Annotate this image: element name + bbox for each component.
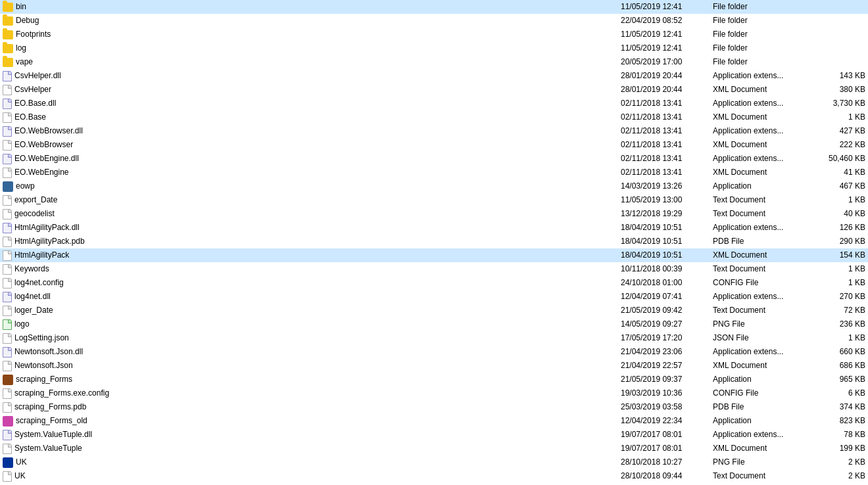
file-name: EO.Base.dll <box>14 97 56 110</box>
table-row[interactable]: logo14/05/2019 09:27PNG File236 KB <box>0 317 868 331</box>
table-row[interactable]: Footprints11/05/2019 12:41File folder <box>0 28 868 41</box>
table-row[interactable]: EO.Base.dll02/11/2018 13:41Application e… <box>0 97 868 110</box>
table-row[interactable]: bin11/05/2019 12:41File folder <box>0 0 868 14</box>
file-name-cell: EO.Base.dll <box>0 97 171 110</box>
table-row[interactable]: scraping_Forms.exe.config19/03/2019 10:3… <box>0 386 868 400</box>
file-date: 28/01/2019 20:44 <box>618 69 710 83</box>
file-size <box>815 0 868 14</box>
table-row[interactable]: HtmlAgilityPack.pdb18/04/2019 10:51PDB F… <box>0 235 868 248</box>
file-type: XML Document <box>710 359 815 373</box>
file-date: 10/11/2018 00:39 <box>618 262 710 276</box>
table-row[interactable]: log4net.dll12/04/2019 07:41Application e… <box>0 290 868 304</box>
table-row[interactable]: CsvHelper28/01/2019 20:44XML Document380… <box>0 83 868 97</box>
table-row[interactable]: EO.WebBrowser02/11/2018 13:41XML Documen… <box>0 138 868 152</box>
file-name: EO.WebEngine.dll <box>14 152 79 166</box>
file-date: 11/05/2019 12:41 <box>618 0 710 14</box>
file-name-cell: eowp <box>0 179 171 193</box>
table-row[interactable]: scraping_Forms.pdb25/03/2019 03:58PDB Fi… <box>0 400 868 414</box>
folder-icon <box>3 58 13 67</box>
file-size: 1 KB <box>815 276 868 290</box>
file-name-cell: HtmlAgilityPack <box>0 248 171 262</box>
table-row[interactable]: Newtonsoft.Json21/04/2019 22:57XML Docum… <box>0 359 868 373</box>
file-icon <box>3 264 12 275</box>
file-type: Application <box>710 414 815 428</box>
file-type: Application extens... <box>710 345 815 359</box>
table-row[interactable]: log11/05/2019 12:41File folder <box>0 41 868 55</box>
table-row[interactable]: EO.WebEngine.dll02/11/2018 13:41Applicat… <box>0 152 868 166</box>
table-row[interactable]: EO.WebBrowser.dll02/11/2018 13:41Applica… <box>0 124 868 138</box>
table-row[interactable]: Keywords10/11/2018 00:39Text Document1 K… <box>0 262 868 276</box>
file-size: 2 KB <box>815 469 868 483</box>
file-name: scraping_Forms.exe.config <box>14 386 109 400</box>
file-date: 21/04/2019 22:57 <box>618 359 710 373</box>
file-size: 6 KB <box>815 386 868 400</box>
table-row[interactable]: vape20/05/2019 17:00File folder <box>0 55 868 69</box>
file-date: 14/03/2019 13:26 <box>618 179 710 193</box>
file-icon <box>3 195 12 206</box>
file-name-cell: UK <box>0 469 171 483</box>
file-type: File folder <box>710 41 815 55</box>
table-row[interactable]: scraping_Forms_old12/04/2019 22:34Applic… <box>0 414 868 428</box>
table-row[interactable]: LogSetting.json17/05/2019 17:20JSON File… <box>0 331 868 345</box>
file-date: 02/11/2018 13:41 <box>618 138 710 152</box>
table-row[interactable]: CsvHelper.dll28/01/2019 20:44Application… <box>0 69 868 83</box>
file-size: 2 KB <box>815 455 868 469</box>
file-date: 21/05/2019 09:37 <box>618 373 710 386</box>
file-icon <box>3 209 12 219</box>
file-date: 19/07/2017 08:01 <box>618 428 710 442</box>
file-name: Newtonsoft.Json <box>14 359 73 373</box>
file-name: System.ValueTuple <box>14 442 82 455</box>
file-size: 1 KB <box>815 331 868 345</box>
uk-png-icon <box>3 457 13 468</box>
file-name: UK <box>14 469 26 483</box>
dll-icon <box>3 292 12 302</box>
file-name: bin <box>16 0 26 14</box>
file-date: 21/05/2019 09:42 <box>618 304 710 317</box>
table-row[interactable]: log4net.config24/10/2018 01:00CONFIG Fil… <box>0 276 868 290</box>
table-row[interactable]: UK28/10/2018 09:44Text Document2 KB <box>0 469 868 483</box>
table-row[interactable]: EO.WebEngine02/11/2018 13:41XML Document… <box>0 166 868 179</box>
file-date: 19/07/2017 08:01 <box>618 442 710 455</box>
file-size: 236 KB <box>815 317 868 331</box>
file-name-cell: System.ValueTuple.dll <box>0 428 171 442</box>
file-name-cell: Keywords <box>0 262 171 276</box>
table-row[interactable]: scraping_Forms21/05/2019 09:37Applicatio… <box>0 373 868 386</box>
file-date: 02/11/2018 13:41 <box>618 166 710 179</box>
file-date: 02/11/2018 13:41 <box>618 152 710 166</box>
png-icon <box>3 319 12 330</box>
file-name: UK <box>16 455 27 469</box>
file-type: Application extens... <box>710 428 815 442</box>
file-explorer[interactable]: bin11/05/2019 12:41File folderDebug22/04… <box>0 0 868 485</box>
table-row[interactable]: eowp14/03/2019 13:26Application467 KB <box>0 179 868 193</box>
file-type: Application extens... <box>710 221 815 235</box>
file-name-cell: CsvHelper.dll <box>0 69 171 83</box>
table-row[interactable]: UK28/10/2018 10:27PNG File2 KB <box>0 455 868 469</box>
dll-icon <box>3 99 12 109</box>
file-type: XML Document <box>710 110 815 124</box>
table-row[interactable]: HtmlAgilityPack.dll18/04/2019 10:51Appli… <box>0 221 868 235</box>
file-name: scraping_Forms.pdb <box>14 400 86 414</box>
file-name: EO.WebEngine <box>14 166 69 179</box>
table-row[interactable]: System.ValueTuple.dll19/07/2017 08:01App… <box>0 428 868 442</box>
file-name-cell: System.ValueTuple <box>0 442 171 455</box>
table-row[interactable]: export_Date11/05/2019 13:00Text Document… <box>0 193 868 207</box>
table-row[interactable]: EO.Base02/11/2018 13:41XML Document1 KB <box>0 110 868 124</box>
table-row[interactable]: Newtonsoft.Json.dll21/04/2019 23:06Appli… <box>0 345 868 359</box>
file-name: Footprints <box>16 28 51 41</box>
file-name-cell: Debug <box>0 14 171 28</box>
dll-icon <box>3 347 12 358</box>
file-type: Application extens... <box>710 124 815 138</box>
table-row[interactable]: Debug22/04/2019 08:52File folder <box>0 14 868 28</box>
file-icon <box>3 140 12 150</box>
file-type: Text Document <box>710 193 815 207</box>
table-row[interactable]: System.ValueTuple19/07/2017 08:01XML Doc… <box>0 442 868 455</box>
table-row[interactable]: loger_Date21/05/2019 09:42Text Document7… <box>0 304 868 317</box>
table-row[interactable]: HtmlAgilityPack18/04/2019 10:51XML Docum… <box>0 248 868 262</box>
file-date: 25/03/2019 03:58 <box>618 400 710 414</box>
file-size: 78 KB <box>815 428 868 442</box>
file-name-cell: Newtonsoft.Json.dll <box>0 345 171 359</box>
file-size: 1 KB <box>815 193 868 207</box>
dll-icon <box>3 71 12 81</box>
file-type: Text Document <box>710 207 815 221</box>
table-row[interactable]: geocodelist13/12/2018 19:29Text Document… <box>0 207 868 221</box>
